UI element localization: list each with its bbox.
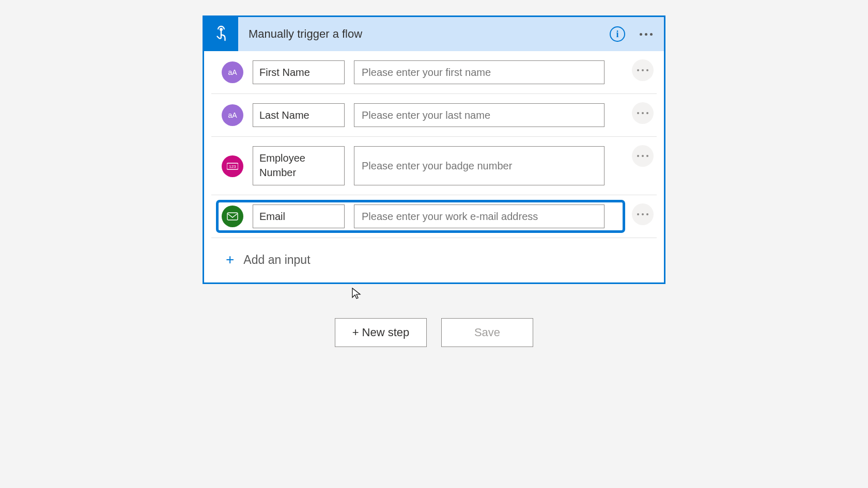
input-row-menu[interactable]	[632, 145, 654, 167]
info-icon[interactable]: i	[610, 26, 625, 42]
card-header[interactable]: Manually trigger a flow i	[204, 17, 664, 51]
input-row-menu[interactable]	[632, 203, 654, 225]
text-type-icon: aA	[222, 104, 243, 126]
plus-icon: +	[226, 251, 234, 268]
card-menu-button[interactable]	[640, 33, 653, 36]
input-rows: aA aA 123	[204, 51, 664, 238]
input-description-field[interactable]	[354, 103, 605, 127]
input-row-last-name: aA	[211, 94, 657, 137]
input-name-field[interactable]	[253, 60, 345, 84]
save-button[interactable]: Save	[441, 318, 533, 347]
trigger-icon-box	[204, 17, 238, 51]
input-row-employee-number: 123	[211, 137, 657, 195]
input-row-email	[211, 195, 657, 238]
number-type-icon: 123	[222, 155, 243, 177]
new-step-button[interactable]: + New step	[335, 318, 427, 347]
input-row-menu[interactable]	[632, 102, 654, 124]
input-description-field[interactable]	[354, 146, 605, 185]
touch-icon	[212, 25, 230, 43]
svg-text:123: 123	[229, 164, 236, 169]
svg-rect-3	[227, 213, 238, 220]
input-description-field[interactable]	[354, 204, 605, 228]
add-input-button[interactable]: + Add an input	[211, 238, 657, 282]
add-input-label: Add an input	[243, 253, 310, 267]
input-name-field[interactable]	[253, 146, 345, 185]
text-type-icon: aA	[222, 61, 243, 83]
input-description-field[interactable]	[354, 60, 605, 84]
input-name-field[interactable]	[253, 204, 345, 228]
card-title: Manually trigger a flow	[238, 27, 610, 41]
input-row-first-name: aA	[211, 51, 657, 94]
cursor-icon	[351, 287, 362, 301]
email-type-icon	[222, 206, 243, 227]
input-row-menu[interactable]	[632, 59, 654, 81]
input-name-field[interactable]	[253, 103, 345, 127]
header-actions: i	[610, 26, 664, 42]
footer-buttons: + New step Save	[0, 318, 868, 347]
trigger-card: Manually trigger a flow i aA aA	[203, 15, 665, 284]
